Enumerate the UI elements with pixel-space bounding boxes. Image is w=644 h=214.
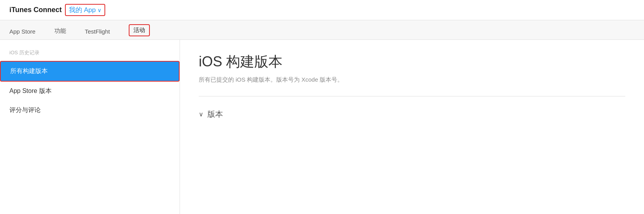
content-divider: [199, 96, 625, 96]
tab-testflight[interactable]: TestFlight: [85, 28, 110, 39]
sidebar: iOS 历史记录 所有构建版本 App Store 版本 评分与评论: [0, 40, 180, 214]
sidebar-item-ratings-reviews[interactable]: 评分与评论: [0, 101, 180, 120]
main-content: iOS 历史记录 所有构建版本 App Store 版本 评分与评论 iOS 构…: [0, 40, 644, 214]
my-app-button[interactable]: 我的 App ∨: [65, 4, 105, 16]
section-header[interactable]: ∨ 版本: [199, 109, 625, 119]
tab-app-store[interactable]: App Store: [9, 28, 36, 39]
section-label: 版本: [207, 109, 223, 119]
brand-name: iTunes Connect: [9, 6, 62, 14]
content-subtitle: 所有已提交的 iOS 构建版本。版本号为 Xcode 版本号。: [199, 76, 625, 84]
chevron-down-icon: ∨: [97, 7, 101, 13]
content-panel: iOS 构建版本 所有已提交的 iOS 构建版本。版本号为 Xcode 版本号。…: [180, 40, 644, 214]
tab-activity[interactable]: 活动: [129, 24, 150, 36]
sidebar-section-label: iOS 历史记录: [0, 49, 180, 61]
sidebar-item-all-builds[interactable]: 所有构建版本: [0, 61, 180, 82]
my-app-label: 我的 App: [69, 5, 96, 14]
section-chevron-icon: ∨: [199, 111, 203, 118]
tab-navigation: App Store 功能 TestFlight 活动: [0, 20, 644, 40]
top-header: iTunes Connect 我的 App ∨: [0, 0, 644, 20]
content-title: iOS 构建版本: [199, 52, 625, 71]
tab-features[interactable]: 功能: [54, 27, 66, 39]
sidebar-item-app-store-versions[interactable]: App Store 版本: [0, 82, 180, 101]
